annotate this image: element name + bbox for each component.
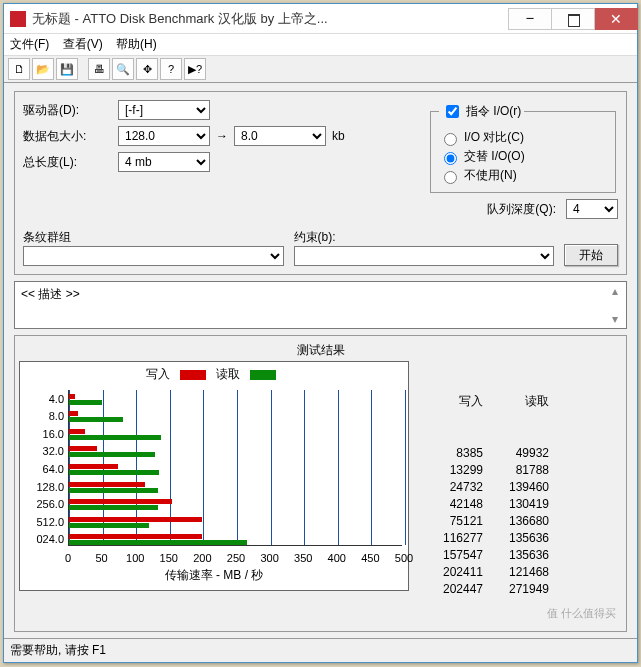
drive-select[interactable]: [-f-] xyxy=(118,100,210,120)
maximize-button[interactable] xyxy=(551,8,595,30)
scroll-up-icon[interactable]: ▴ xyxy=(612,284,624,298)
print-icon[interactable]: 🖶 xyxy=(88,58,110,80)
io-compare-radio[interactable] xyxy=(444,133,457,146)
new-icon[interactable]: 🗋 xyxy=(8,58,30,80)
app-icon xyxy=(10,11,26,27)
packet-to-select[interactable]: 8.0 xyxy=(234,126,326,146)
data-row: 202411121468 xyxy=(417,565,549,582)
data-row: 42148130419 xyxy=(417,497,549,514)
menu-help[interactable]: 帮助(H) xyxy=(116,37,157,51)
queue-depth-select[interactable]: 4 xyxy=(566,199,618,219)
length-label: 总长度(L): xyxy=(23,154,118,171)
drive-label: 驱动器(D): xyxy=(23,102,118,119)
stripe-label: 条纹群组 xyxy=(23,229,284,246)
menu-file[interactable]: 文件(F) xyxy=(10,37,49,51)
results-chart: 写入 读取 4.08.016.032.064.0128.0256.0512.00… xyxy=(19,361,409,591)
scroll-down-icon[interactable]: ▾ xyxy=(612,312,624,326)
help-icon[interactable]: ? xyxy=(160,58,182,80)
stripe-select[interactable] xyxy=(23,246,284,266)
move-icon[interactable]: ✥ xyxy=(136,58,158,80)
io-none-radio[interactable] xyxy=(444,171,457,184)
status-bar: 需要帮助, 请按 F1 xyxy=(4,638,637,662)
minimize-button[interactable]: － xyxy=(508,8,552,30)
write-col-header: 写入 xyxy=(417,393,483,410)
results-title: 测试结果 xyxy=(19,340,622,361)
packet-from-select[interactable]: 128.0 xyxy=(118,126,210,146)
constraint-label: 约束(b): xyxy=(294,229,555,246)
io-alternate-radio[interactable] xyxy=(444,152,457,165)
data-row: 157547135636 xyxy=(417,548,549,565)
data-row: 838549932 xyxy=(417,446,549,463)
data-row: 202447271949 xyxy=(417,582,549,599)
save-icon[interactable]: 💾 xyxy=(56,58,78,80)
preview-icon[interactable]: 🔍 xyxy=(112,58,134,80)
open-icon[interactable]: 📂 xyxy=(32,58,54,80)
io-checkbox[interactable] xyxy=(446,105,459,118)
read-col-header: 读取 xyxy=(483,393,549,410)
x-axis-label: 传输速率 - MB / 秒 xyxy=(20,567,408,584)
write-swatch xyxy=(180,370,206,380)
start-button[interactable]: 开始 xyxy=(564,244,618,266)
queue-depth-label: 队列深度(Q): xyxy=(487,201,556,218)
data-row: 24732139460 xyxy=(417,480,549,497)
window-title: 无标题 - ATTO Disk Benchmark 汉化版 by 上帝之... xyxy=(32,10,508,28)
data-row: 116277135636 xyxy=(417,531,549,548)
constraint-select[interactable] xyxy=(294,246,555,266)
description-box[interactable]: << 描述 >> ▴▾ xyxy=(14,281,627,329)
packet-size-label: 数据包大小: xyxy=(23,128,118,145)
close-button[interactable]: ✕ xyxy=(594,8,638,30)
context-help-icon[interactable]: ▶? xyxy=(184,58,206,80)
length-select[interactable]: 4 mb xyxy=(118,152,210,172)
menu-view[interactable]: 查看(V) xyxy=(63,37,103,51)
read-swatch xyxy=(250,370,276,380)
data-row: 1329981788 xyxy=(417,463,549,480)
data-row: 75121136680 xyxy=(417,514,549,531)
packet-unit: kb xyxy=(332,129,345,143)
arrow-icon: → xyxy=(216,129,228,143)
